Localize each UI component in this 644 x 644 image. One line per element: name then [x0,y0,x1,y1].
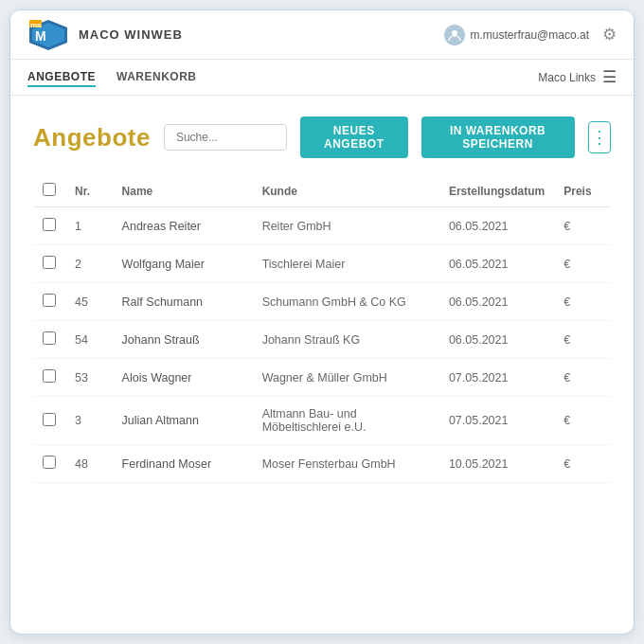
main-content: Angebote NEUES ANGEBOT IN WARENKORB SPEI… [10,96,634,634]
row-date: 06.05.2021 [439,321,554,359]
row-name: Ferdinand Moser [113,445,253,483]
angebote-table: Nr. Name Kunde Erstellungsdatum Preis 1 … [33,175,611,483]
header-name: Name [113,175,253,207]
new-angebot-button[interactable]: NEUES ANGEBOT [300,116,408,158]
row-kunde: Schumann GmbH & Co KG [253,283,439,321]
table-body: 1 Andreas Reiter Reiter GmbH 06.05.2021 … [33,207,611,483]
row-checkbox-6[interactable] [43,456,56,469]
header-erstellungsdatum: Erstellungsdatum [439,175,554,207]
row-date: 06.05.2021 [439,245,554,283]
row-kunde: Altmann Bau- und Möbeltischlerei e.U. [253,397,439,445]
row-price: € [554,207,611,245]
row-price: € [554,283,611,321]
svg-text:ma: ma [30,21,42,29]
row-checkbox-cell [33,397,65,445]
row-date: 07.05.2021 [439,397,554,445]
header-checkbox-cell [33,175,65,207]
row-nr: 45 [65,283,113,321]
row-price: € [554,359,611,397]
table-row: 53 Alois Wagner Wagner & Müller GmbH 07.… [33,359,611,397]
search-input[interactable] [164,124,287,151]
row-date: 06.05.2021 [439,283,554,321]
row-checkbox-4[interactable] [43,369,56,383]
row-kunde: Moser Fensterbau GmbH [253,445,439,483]
save-to-cart-button[interactable]: IN WARENKORB SPEICHERN [421,116,575,158]
row-checkbox-cell [33,207,65,245]
table-row: 48 Ferdinand Moser Moser Fensterbau GmbH… [33,445,611,483]
svg-text:M: M [35,28,46,44]
navbar-right[interactable]: Maco Links ☰ [538,67,617,87]
row-kunde: Wagner & Müller GmbH [253,359,439,397]
row-name: Wolfgang Maier [113,245,253,283]
row-checkbox-cell [33,245,65,283]
hamburger-icon[interactable]: ☰ [602,67,617,87]
row-nr: 48 [65,445,113,483]
maco-links-text: Maco Links [538,71,596,84]
table-header-row: Nr. Name Kunde Erstellungsdatum Preis [33,175,611,207]
row-name: Ralf Schumann [113,283,253,321]
row-checkbox-cell [33,321,65,359]
row-name: Julian Altmann [113,397,253,445]
logo-block: M ma MACO WINWEB [27,18,183,52]
row-checkbox-3[interactable] [43,331,56,345]
table-wrapper: Nr. Name Kunde Erstellungsdatum Preis 1 … [33,175,611,618]
settings-icon[interactable]: ⚙ [602,25,617,45]
row-date: 07.05.2021 [439,359,554,397]
row-checkbox-0[interactable] [43,218,56,231]
maco-logo: M ma [27,18,69,52]
navbar: ANGEBOTE WARENKORB Maco Links ☰ [10,60,634,96]
row-checkbox-cell [33,445,65,483]
row-price: € [554,397,611,445]
row-checkbox-2[interactable] [43,294,56,307]
row-date: 10.05.2021 [439,445,554,483]
table-row: 54 Johann Strauß Johann Strauß KG 06.05.… [33,321,611,359]
table-row: 3 Julian Altmann Altmann Bau- und Möbelt… [33,397,611,445]
user-avatar [444,25,465,45]
more-options-button[interactable]: ⋮ [588,121,611,153]
nav-links: ANGEBOTE WARENKORB [27,68,197,87]
row-name: Johann Strauß [113,321,253,359]
row-checkbox-1[interactable] [43,256,56,269]
nav-angebote[interactable]: ANGEBOTE [27,68,96,87]
app-title: MACO WINWEB [79,27,183,42]
user-info: m.musterfrau@maco.at [444,25,589,45]
page-header: Angebote NEUES ANGEBOT IN WARENKORB SPEI… [33,116,611,158]
row-price: € [554,445,611,483]
header-nr: Nr. [65,175,113,207]
select-all-checkbox[interactable] [43,183,56,196]
table-row: 2 Wolfgang Maier Tischlerei Maier 06.05.… [33,245,611,283]
row-nr: 1 [65,207,113,245]
row-price: € [554,245,611,283]
table-row: 1 Andreas Reiter Reiter GmbH 06.05.2021 … [33,207,611,245]
row-name: Alois Wagner [113,359,253,397]
row-price: € [554,321,611,359]
row-nr: 3 [65,397,113,445]
row-name: Andreas Reiter [113,207,253,245]
row-checkbox-cell [33,283,65,321]
topbar-right: m.musterfrau@maco.at ⚙ [444,25,617,45]
row-checkbox-5[interactable] [43,413,56,426]
app-window: M ma MACO WINWEB m.musterfrau@maco.at ⚙ [9,9,635,635]
row-kunde: Reiter GmbH [253,207,439,245]
nav-warenkorb[interactable]: WARENKORB [116,68,197,87]
table-row: 45 Ralf Schumann Schumann GmbH & Co KG 0… [33,283,611,321]
row-nr: 53 [65,359,113,397]
row-nr: 54 [65,321,113,359]
user-email-text: m.musterfrau@maco.at [470,28,589,42]
topbar: M ma MACO WINWEB m.musterfrau@maco.at ⚙ [10,10,634,60]
row-date: 06.05.2021 [439,207,554,245]
row-kunde: Tischlerei Maier [253,245,439,283]
row-checkbox-cell [33,359,65,397]
svg-point-5 [452,30,457,36]
row-kunde: Johann Strauß KG [253,321,439,359]
header-kunde: Kunde [253,175,439,207]
header-preis: Preis [554,175,611,207]
page-title: Angebote [33,123,151,152]
row-nr: 2 [65,245,113,283]
